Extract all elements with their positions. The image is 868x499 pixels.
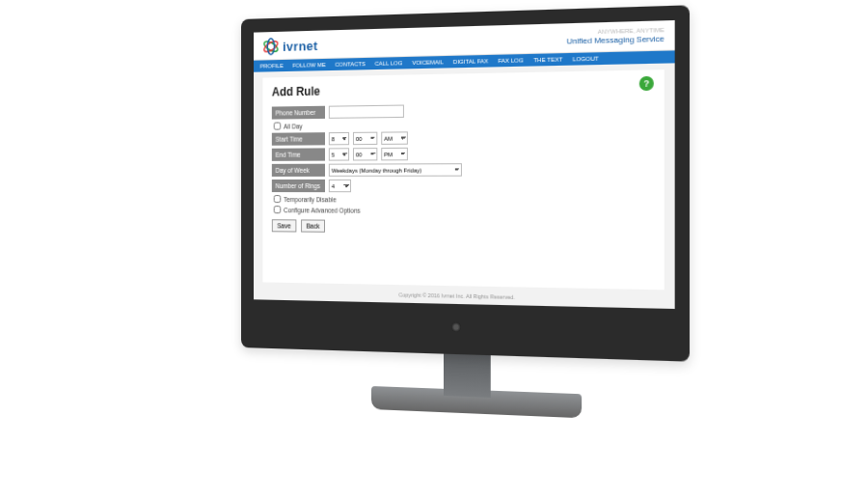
- tagline-main: Unified Messaging Service: [566, 35, 664, 47]
- day-of-week-select[interactable]: Weekdays (Monday through Friday): [329, 163, 462, 177]
- phone-input[interactable]: [329, 105, 404, 119]
- end-ampm-select[interactable]: PM: [381, 148, 408, 161]
- ivrnet-logo-icon: [262, 38, 279, 56]
- nav-fax-log[interactable]: FAX LOG: [493, 54, 529, 67]
- end-min-select[interactable]: 00: [353, 148, 377, 160]
- end-hour-select[interactable]: 5: [329, 148, 349, 160]
- content-area: ? Add Rule Phone Number All Day Start Ti…: [262, 69, 664, 290]
- nav-logout[interactable]: LOGOUT: [568, 52, 604, 66]
- back-button[interactable]: Back: [301, 220, 325, 233]
- monitor-bezel: ivrnet ANYWHERE, ANYTIME Unified Messagi…: [241, 5, 690, 361]
- label-rings: Number of Rings: [272, 180, 325, 192]
- row-all-day: All Day: [274, 118, 654, 130]
- nav-profile[interactable]: PROFILE: [256, 60, 288, 72]
- row-end-time: End Time 5 00 PM: [272, 146, 654, 161]
- row-day-of-week: Day of Week Weekdays (Monday through Fri…: [272, 162, 654, 177]
- row-start-time: Start Time 8 00 AM: [272, 129, 654, 146]
- nav-call-log[interactable]: CALL LOG: [370, 57, 408, 69]
- all-day-checkbox[interactable]: [274, 123, 282, 130]
- app-screen: ivrnet ANYWHERE, ANYTIME Unified Messagi…: [254, 20, 675, 309]
- nav-contacts[interactable]: CONTACTS: [330, 58, 369, 70]
- advanced-checkbox[interactable]: [274, 206, 282, 213]
- brand-name: ivrnet: [283, 38, 318, 53]
- start-ampm-select[interactable]: AM: [381, 131, 408, 145]
- nav-follow-me[interactable]: FOLLOW ME: [288, 59, 331, 71]
- button-row: Save Back: [272, 219, 654, 236]
- label-advanced: Configure Advanced Options: [284, 207, 360, 214]
- label-all-day: All Day: [284, 123, 303, 129]
- row-rings: Number of Rings 4: [272, 180, 654, 193]
- temp-disable-checkbox[interactable]: [274, 195, 282, 203]
- footer-copyright: Copyright © 2016 Ivrnet Inc. All Rights …: [254, 286, 675, 309]
- webcam-dot: [451, 322, 461, 333]
- nav-digital-fax[interactable]: DIGITAL FAX: [448, 55, 493, 69]
- svg-point-2: [267, 39, 274, 55]
- row-phone: Phone Number: [272, 101, 654, 120]
- label-end: End Time: [272, 148, 325, 160]
- label-dow: Day of Week: [272, 164, 325, 177]
- save-button[interactable]: Save: [272, 219, 296, 232]
- label-phone: Phone Number: [272, 106, 325, 120]
- rings-select[interactable]: 4: [329, 180, 351, 192]
- header-tagline: ANYWHERE, ANYTIME Unified Messaging Serv…: [566, 27, 664, 47]
- row-temp-disable: Temporarily Disable: [274, 195, 654, 205]
- brand-logo: ivrnet: [262, 37, 317, 56]
- nav-voicemail[interactable]: VOICEMAIL: [407, 56, 448, 69]
- row-advanced: Configure Advanced Options: [274, 206, 654, 215]
- nav-the-text[interactable]: THE TEXT: [529, 53, 568, 67]
- start-min-select[interactable]: 00: [353, 132, 377, 146]
- label-temp-disable: Temporarily Disable: [284, 196, 337, 203]
- page-title: Add Rule: [272, 78, 654, 99]
- label-start: Start Time: [272, 132, 325, 146]
- start-hour-select[interactable]: 8: [329, 132, 349, 145]
